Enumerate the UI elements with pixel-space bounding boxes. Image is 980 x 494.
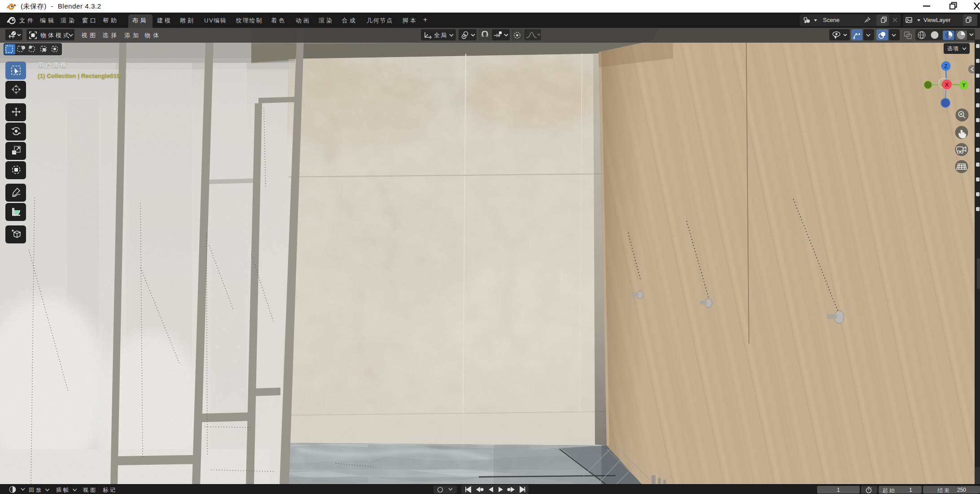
svg-text:X: X [945, 82, 949, 88]
svg-text:Z: Z [944, 63, 947, 70]
svg-text:Y: Y [962, 82, 966, 88]
